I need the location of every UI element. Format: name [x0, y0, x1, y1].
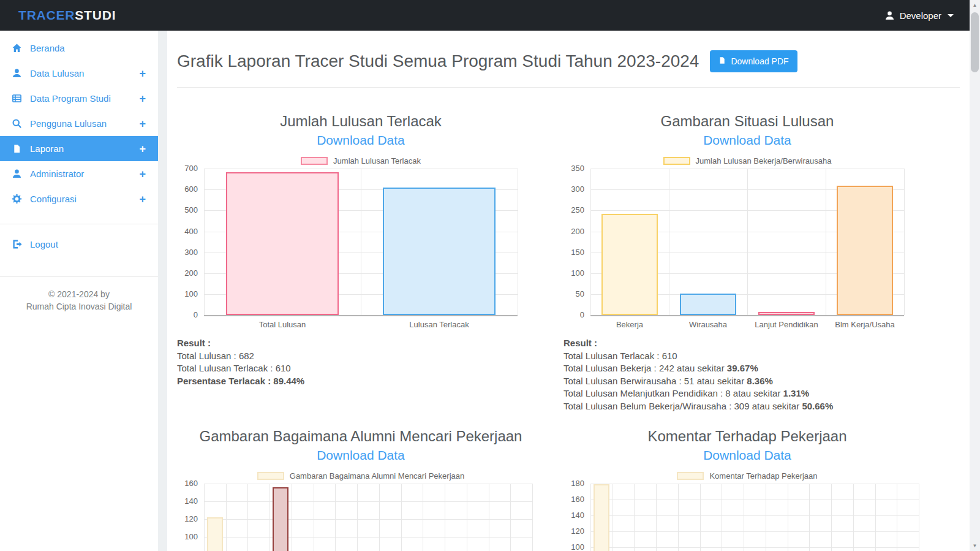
bar-Total Lulusan[interactable]: [226, 172, 339, 315]
bar-series-0[interactable]: [594, 484, 609, 551]
legend-swatch: [301, 157, 328, 165]
sidebar-item-label: Data Program Studi: [30, 93, 111, 104]
gridline: [897, 484, 897, 551]
gridline: [292, 484, 292, 551]
bar-Lulusan Terlacak[interactable]: [383, 188, 496, 315]
legend-label: Jumlah Lulusan Bekerja/Berwirausaha: [696, 156, 832, 165]
y-tick-label: 600: [177, 184, 198, 194]
sidebar-item-pengguna-lulusan[interactable]: Pengguna Lulusan +: [0, 111, 158, 136]
download-data-link[interactable]: Download Data: [564, 132, 931, 149]
gridline: [518, 169, 518, 315]
result-line: Result :: [564, 337, 931, 350]
sidebar-item-logout[interactable]: Logout: [0, 232, 158, 257]
legend-swatch: [663, 157, 690, 165]
plus-icon: +: [139, 194, 146, 205]
chart-card-gambaran-situasi-lulusan: Gambaran Situasi Lulusan Download Data J…: [564, 112, 931, 412]
gridline: [314, 484, 314, 551]
y-tick-label: 50: [564, 289, 584, 298]
gridline: [226, 484, 227, 551]
gridline: [590, 531, 919, 532]
chart-legend: Jumlah Lulusan Terlacak: [177, 156, 545, 165]
download-pdf-button[interactable]: Download PDF: [710, 50, 797, 72]
sidebar-item-data-lulusan[interactable]: Data Lulusan +: [0, 61, 158, 86]
y-tick-label: 0: [564, 310, 584, 319]
top-navbar: TRACERSTUDI Developer: [0, 0, 970, 31]
gear-icon: [11, 194, 22, 205]
sidebar-divider: [0, 276, 158, 277]
bar-Wirausaha[interactable]: [680, 294, 736, 315]
gridline: [612, 484, 613, 551]
bar-Blm Kerja/Usaha[interactable]: [837, 186, 893, 315]
user-icon: [884, 10, 895, 21]
plus-icon: +: [139, 143, 146, 154]
bar-Lanjut Pendidikan[interactable]: [758, 312, 815, 315]
plus-icon: +: [139, 118, 146, 129]
chart-result-text: Result :Total Lulusan Terlacak : 610Tota…: [564, 337, 931, 412]
gridline: [379, 484, 380, 551]
gridline: [204, 537, 532, 538]
gridline: [700, 484, 701, 551]
download-data-link[interactable]: Download Data: [177, 447, 545, 464]
sidebar-item-label: Configurasi: [30, 194, 77, 204]
result-line: Total Lulusan Belum Bekerja/Wirausaha : …: [564, 400, 931, 413]
bar-Bekerja[interactable]: [601, 214, 658, 315]
x-tick-label: Blm Kerja/Usaha: [826, 320, 904, 329]
y-tick-label: 100: [564, 268, 584, 278]
bar-series-3[interactable]: [273, 487, 288, 551]
user-menu-label: Developer: [900, 10, 941, 21]
gridline: [669, 169, 669, 315]
y-tick-label: 0: [177, 310, 198, 319]
gridline: [656, 484, 657, 551]
bar-series-0[interactable]: [207, 517, 223, 551]
result-line: Persentase Terlacak : 89.44%: [177, 375, 545, 388]
app-logo[interactable]: TRACERSTUDI: [18, 8, 116, 23]
chart-card-alumni-mencari-pekerjaan: Gambaran Bagaimana Alumni Mencari Pekerj…: [177, 427, 545, 551]
sidebar-item-label: Pengguna Lulusan: [30, 118, 107, 129]
plus-icon: +: [139, 68, 146, 79]
gridline: [722, 484, 722, 551]
user-menu[interactable]: Developer: [884, 10, 954, 21]
download-data-link[interactable]: Download Data: [177, 132, 545, 149]
gridline: [590, 484, 591, 551]
chart-title: Jumlah Lulusan Terlacak: [177, 112, 545, 131]
sidebar-item-data-program-studi[interactable]: Data Program Studi +: [0, 86, 158, 111]
chart-card-komentar-terhadap-pekerjaan: Komentar Terhadap Pekerjaan Download Dat…: [564, 427, 931, 551]
gridline: [826, 169, 826, 315]
gridline: [766, 484, 766, 551]
legend-label: Jumlah Lulusan Terlacak: [333, 156, 421, 165]
chart-card-jumlah-lulusan-terlacak: Jumlah Lulusan Terlacak Download Data Ju…: [177, 112, 545, 387]
sidebar-divider: [0, 224, 158, 224]
scrollbar-up-button[interactable]: ▲: [970, 2, 980, 8]
y-tick-label: 100: [177, 532, 198, 541]
result-line: Total Lulusan Terlacak : 610: [564, 350, 931, 363]
y-tick-label: 300: [177, 248, 198, 257]
result-line: Total Lulusan Berwirausaha : 51 atau sek…: [564, 375, 931, 388]
sidebar-item-administrator[interactable]: Administrator +: [0, 161, 158, 186]
y-tick-label: 120: [564, 526, 584, 536]
legend-label: Gambaran Bagaimana Alumni Mencari Pekerj…: [290, 471, 464, 481]
page-title: Grafik Laporan Tracer Studi Semua Progra…: [177, 49, 699, 74]
result-line: Total Lulusan Melanjutkan Pendidikan : 8…: [564, 387, 931, 400]
main-content: Grafik Laporan Tracer Studi Semua Progra…: [167, 31, 970, 551]
gridline: [204, 169, 205, 315]
chart-title: Gambaran Situasi Lulusan: [564, 112, 931, 131]
page-header: Grafik Laporan Tracer Studi Semua Progra…: [177, 49, 960, 74]
result-line: Result :: [177, 337, 545, 350]
legend-label: Komentar Terhadap Pekerjaan: [709, 471, 817, 481]
sidebar-item-configurasi[interactable]: Configurasi +: [0, 186, 158, 211]
gridline: [744, 484, 744, 551]
legend-swatch: [257, 472, 284, 480]
download-data-link[interactable]: Download Data: [564, 447, 931, 464]
result-line: Total Lulusan : 682: [177, 350, 545, 363]
y-tick-label: 160: [177, 479, 198, 488]
chart-title: Komentar Terhadap Pekerjaan: [564, 427, 931, 446]
sidebar-item-beranda[interactable]: Beranda: [0, 36, 158, 61]
sidebar-item-label: Laporan: [30, 143, 64, 154]
sidebar-item-laporan[interactable]: Laporan +: [0, 136, 158, 161]
sidebar-item-label: Logout: [30, 239, 58, 249]
scrollbar-thumb[interactable]: [971, 12, 979, 72]
result-line: Total Lulusan Bekerja : 242 atau sekitar…: [564, 362, 931, 375]
gridline: [489, 484, 489, 551]
scrollbar-down-button[interactable]: ▼: [970, 543, 980, 549]
x-tick-label: Bekerja: [590, 320, 669, 329]
